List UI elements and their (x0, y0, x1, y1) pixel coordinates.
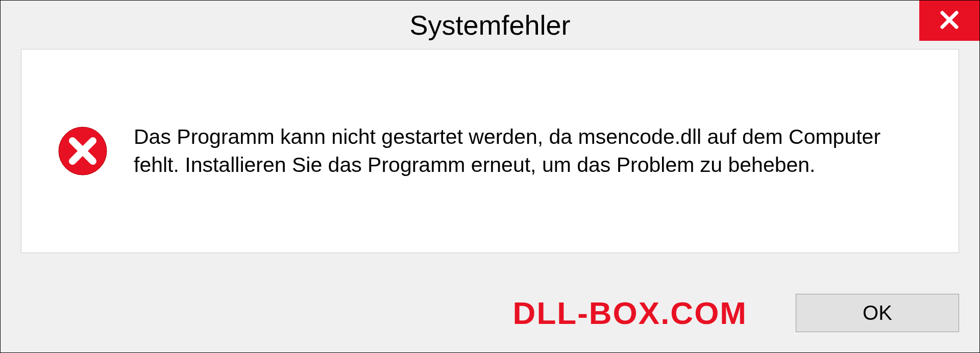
watermark-text: DLL-BOX.COM (513, 295, 747, 331)
close-button[interactable] (919, 1, 979, 41)
ok-button[interactable]: OK (796, 294, 959, 332)
close-icon (937, 8, 962, 34)
error-icon (57, 125, 108, 176)
title-bar: Systemfehler (1, 1, 979, 49)
error-message: Das Programm kann nicht gestartet werden… (134, 123, 923, 180)
dialog-footer: DLL-BOX.COM OK (1, 273, 979, 352)
dialog-content: Das Programm kann nicht gestartet werden… (21, 49, 959, 253)
dialog-title: Systemfehler (409, 9, 570, 41)
